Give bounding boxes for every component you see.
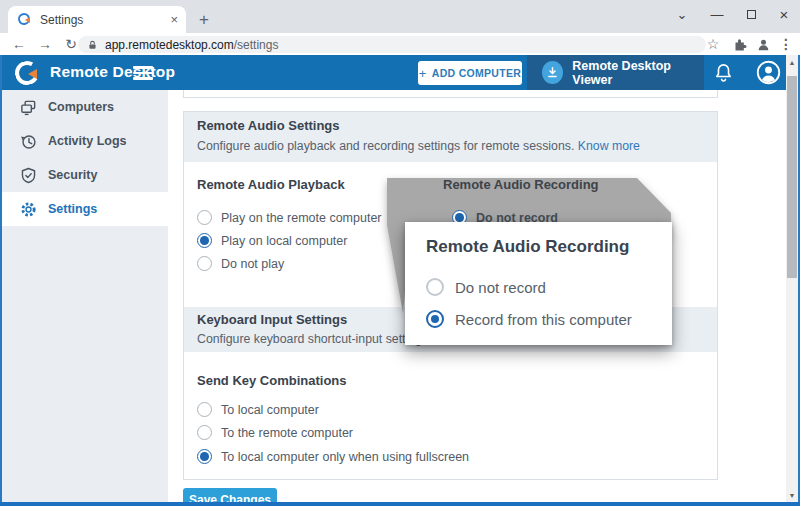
browser-menu-dots-icon[interactable]: ⋮ xyxy=(776,35,796,53)
playback-title: Remote Audio Playback xyxy=(197,177,345,192)
radio-do-not-play[interactable]: Do not play xyxy=(197,256,284,271)
app-favicon-icon xyxy=(18,13,32,27)
window-minimize-button[interactable]: — xyxy=(707,4,727,24)
radio-do-not-record[interactable]: Do not record xyxy=(426,278,546,296)
hamburger-menu-icon[interactable] xyxy=(133,66,153,80)
plus-icon: + xyxy=(419,66,427,81)
notifications-bell-icon[interactable] xyxy=(714,62,733,87)
scrollbar-down-icon[interactable]: ▼ xyxy=(786,488,798,502)
radio-icon[interactable] xyxy=(197,210,212,225)
extensions-icon[interactable] xyxy=(730,35,750,53)
radio-icon[interactable] xyxy=(426,278,444,296)
popup-title: Remote Audio Recording xyxy=(426,237,629,257)
sidebar-item-security[interactable]: Security xyxy=(0,158,168,192)
new-tab-button[interactable]: + xyxy=(192,8,216,32)
radio-label: Play on the remote computer xyxy=(221,211,382,225)
radio-label: Do not play xyxy=(221,257,284,271)
activity-logs-icon xyxy=(20,133,37,150)
security-shield-icon xyxy=(20,167,37,184)
app-logo-icon xyxy=(15,61,41,87)
recording-title-highlighted: Remote Audio Recording xyxy=(443,177,599,192)
audio-section-title: Remote Audio Settings xyxy=(197,118,340,133)
window-maximize-button[interactable] xyxy=(741,4,761,24)
sidebar-item-settings[interactable]: Settings xyxy=(0,192,168,226)
user-avatar-icon[interactable] xyxy=(756,60,781,89)
add-computer-button[interactable]: + ADD COMPUTER xyxy=(418,61,522,85)
radio-icon[interactable] xyxy=(197,402,212,417)
window-border-left xyxy=(0,55,2,506)
browser-tab-settings[interactable]: Settings × xyxy=(8,6,186,33)
bookmark-star-icon[interactable]: ☆ xyxy=(703,35,723,53)
tab-title: Settings xyxy=(40,13,170,27)
sidebar-item-activity-logs[interactable]: Activity Logs xyxy=(0,124,168,158)
computers-icon xyxy=(20,99,37,116)
audio-section-desc: Configure audio playback and recording s… xyxy=(197,139,640,153)
window-close-button[interactable]: × xyxy=(774,4,794,24)
sidebar-item-computers[interactable]: Computers xyxy=(0,90,168,124)
radio-keys-fullscreen[interactable]: To local computer only when using fullsc… xyxy=(197,449,469,464)
radio-play-local[interactable]: Play on local computer xyxy=(197,233,347,248)
tab-close-icon[interactable]: × xyxy=(170,12,178,27)
radio-keys-remote[interactable]: To the remote computer xyxy=(197,425,353,440)
radio-label: To local computer xyxy=(221,403,319,417)
scrollbar-thumb[interactable] xyxy=(787,76,797,278)
recording-magnified-popup: Remote Audio Recording Do not record Rec… xyxy=(405,222,672,345)
radio-label: Play on local computer xyxy=(221,234,347,248)
radio-label: Record from this computer xyxy=(455,311,632,328)
scrollbar-up-icon[interactable]: ▲ xyxy=(786,55,798,69)
keyboard-section-title: Keyboard Input Settings xyxy=(197,312,347,327)
window-border-bottom xyxy=(0,502,800,506)
app-brand-title: Remote Desktop xyxy=(50,63,175,81)
sidebar-item-label: Computers xyxy=(48,100,114,114)
radio-icon-selected[interactable] xyxy=(426,310,444,328)
audio-desc-text: Configure audio playback and recording s… xyxy=(197,139,574,153)
radio-label: To the remote computer xyxy=(221,426,353,440)
radio-icon-selected[interactable] xyxy=(197,233,212,248)
radio-label: Do not record xyxy=(455,279,546,296)
back-icon[interactable]: ← xyxy=(8,34,30,54)
radio-play-remote[interactable]: Play on the remote computer xyxy=(197,210,382,225)
previous-section-bottom xyxy=(183,90,718,98)
sidebar-item-label: Activity Logs xyxy=(48,134,127,148)
know-more-link[interactable]: Know more xyxy=(578,139,640,153)
maximize-icon xyxy=(747,10,756,19)
chrome-profile-icon[interactable] xyxy=(753,35,773,53)
sidebar-item-label: Settings xyxy=(48,202,97,216)
url-input[interactable]: app.remotedesktop.com/settings xyxy=(78,36,706,53)
viewer-label: Remote Desktop Viewer xyxy=(572,59,704,87)
remote-desktop-viewer-button[interactable]: Remote Desktop Viewer xyxy=(527,55,704,90)
forward-icon[interactable]: → xyxy=(34,34,56,54)
download-icon xyxy=(542,61,563,84)
tab-search-icon[interactable]: ⌄ xyxy=(672,4,692,24)
send-keys-title: Send Key Combinations xyxy=(197,373,347,388)
radio-keys-local[interactable]: To local computer xyxy=(197,402,319,417)
radio-icon[interactable] xyxy=(197,256,212,271)
add-computer-label: ADD COMPUTER xyxy=(432,67,521,79)
radio-icon-selected[interactable] xyxy=(197,449,212,464)
url-text: app.remotedesktop.com/settings xyxy=(105,38,278,52)
radio-icon[interactable] xyxy=(197,425,212,440)
settings-gear-icon xyxy=(20,201,37,218)
radio-label: To local computer only when using fullsc… xyxy=(221,450,469,464)
lock-icon xyxy=(87,39,98,51)
radio-record-from-computer[interactable]: Record from this computer xyxy=(426,310,632,328)
sidebar-item-label: Security xyxy=(48,168,97,182)
